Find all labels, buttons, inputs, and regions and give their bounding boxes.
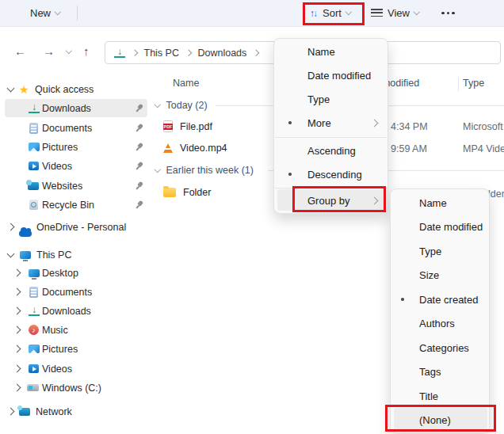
group-by-item-categories[interactable]: Categories (391, 336, 489, 360)
toolbar-separator (77, 6, 78, 21)
this-pc-icon (20, 251, 31, 259)
sort-menu-item-type[interactable]: Type (274, 87, 388, 111)
chevron-right-icon[interactable] (13, 288, 21, 296)
sidebar-item-onedrive[interactable]: OneDrive - Personal (0, 218, 155, 236)
chevron-down-icon[interactable] (155, 101, 161, 108)
annotation-box-sort-button (303, 2, 365, 25)
chevron-right-icon[interactable] (13, 326, 21, 334)
group-by-submenu: Name Date modified Type Size Date create… (390, 188, 490, 433)
see-more-button[interactable] (441, 0, 455, 26)
annotation-box-none (385, 405, 496, 432)
up-button[interactable]: ↑ (83, 44, 90, 58)
column-header-type[interactable]: Type (463, 78, 484, 89)
selected-bullet-icon (288, 173, 292, 176)
chevron-down-icon[interactable] (7, 84, 15, 92)
sidebar-item-pc-videos[interactable]: Videos (0, 360, 155, 378)
chevron-right-icon[interactable] (13, 365, 21, 373)
file-row-video-mp4[interactable]: Video.mp4 (163, 143, 227, 154)
recent-locations-chevron-icon[interactable] (66, 48, 72, 54)
sidebar-item-downloads[interactable]: ↓ Downloads (0, 99, 155, 117)
chevron-down-icon[interactable] (155, 166, 161, 173)
chevron-down-icon (55, 9, 61, 15)
group-header-earlier-this-week[interactable]: Earlier this week (1) (155, 165, 254, 176)
sidebar-item-recycle-bin[interactable]: Recycle Bin (0, 196, 155, 214)
file-row-folder[interactable]: Folder (163, 187, 211, 198)
file-explorer-window: New ↑↓ Sort View ← → ↑ ↓ This PC Downloa… (0, 0, 504, 434)
sidebar-item-network[interactable]: Network (0, 402, 155, 421)
group-by-item-date-modified[interactable]: Date modified (391, 215, 489, 238)
chevron-right-icon[interactable] (13, 269, 21, 277)
sidebar-item-documents[interactable]: Documents (0, 119, 155, 137)
selected-bullet-icon (288, 121, 292, 124)
group-by-item-size[interactable]: Size (391, 263, 489, 287)
websites-icon (28, 182, 39, 190)
breadcrumb-chevron-icon (132, 50, 138, 56)
sidebar-item-pictures[interactable]: Pictures (0, 138, 155, 156)
sidebar-item-label: Pictures (42, 142, 78, 153)
sidebar-item-pc-downloads[interactable]: ↓ Downloads (0, 302, 155, 320)
chevron-right-icon (371, 119, 379, 127)
group-by-item-date-created[interactable]: Date created (391, 287, 489, 311)
chevron-down-icon[interactable] (7, 249, 15, 257)
breadcrumb-chevron-icon (185, 50, 192, 56)
pin-icon (133, 160, 146, 173)
sidebar-item-label: Websites (42, 181, 82, 192)
sort-menu-item-date-modified[interactable]: Date modified (274, 63, 388, 87)
chevron-right-icon[interactable] (13, 345, 21, 353)
sidebar-item-label: Videos (42, 161, 72, 172)
chevron-right-icon[interactable] (13, 384, 21, 392)
documents-icon (29, 287, 38, 298)
group-by-item-name[interactable]: Name (391, 191, 489, 215)
view-button-label: View (388, 7, 410, 19)
sidebar-item-desktop[interactable]: Desktop (0, 264, 155, 282)
network-icon (19, 408, 30, 416)
sort-menu-item-descending[interactable]: Descending (274, 162, 388, 186)
new-button[interactable]: New (30, 0, 60, 26)
videos-icon (29, 162, 39, 170)
view-icon (371, 9, 383, 17)
file-row-file-pdf[interactable]: PDF File.pdf (163, 120, 212, 132)
pictures-icon (29, 345, 40, 353)
group-by-item-authors[interactable]: Authors (391, 311, 489, 335)
onedrive-cloud-icon (19, 230, 32, 237)
sidebar-item-quick-access[interactable]: ★ Quick access (0, 80, 155, 98)
downloads-icon: ↓ (29, 103, 40, 113)
pin-icon (133, 122, 146, 135)
view-button[interactable]: View (371, 0, 418, 26)
sidebar-item-label: Videos (42, 364, 72, 375)
sidebar-item-music[interactable]: ♪ Music (0, 321, 155, 339)
new-button-label: New (30, 7, 51, 19)
group-header-today[interactable]: Today (2) (155, 100, 208, 111)
sidebar-item-this-pc[interactable]: This PC (0, 246, 155, 264)
sidebar-item-label: Downloads (42, 306, 91, 317)
sidebar-item-windows-c[interactable]: Windows (C:) (0, 379, 155, 397)
sidebar-item-pc-pictures[interactable]: Pictures (0, 340, 155, 358)
more-options-icon (441, 12, 455, 15)
breadcrumb-this-pc[interactable]: This PC (144, 48, 179, 59)
sidebar-item-label: Pictures (42, 344, 78, 355)
pin-icon (133, 141, 146, 154)
chevron-right-icon[interactable] (7, 223, 15, 231)
back-button[interactable]: ← (14, 44, 26, 58)
breadcrumb-downloads[interactable]: Downloads (197, 48, 246, 59)
group-by-item-type[interactable]: Type (391, 239, 489, 263)
videos-icon (29, 364, 39, 373)
selected-bullet-icon (401, 298, 404, 301)
forward-button[interactable]: → (43, 44, 55, 58)
sidebar-item-label: Documents (42, 123, 92, 134)
chevron-right-icon[interactable] (7, 408, 15, 416)
chevron-right-icon[interactable] (13, 307, 21, 315)
sort-menu-item-name[interactable]: Name (274, 40, 388, 63)
chevron-down-icon (414, 9, 420, 15)
group-by-item-tags[interactable]: Tags (391, 360, 489, 383)
column-divider[interactable] (458, 77, 459, 91)
sidebar-item-pc-documents[interactable]: Documents (0, 283, 155, 301)
downloads-location-icon: ↓ (114, 48, 125, 58)
sort-menu-item-more[interactable]: More (274, 111, 388, 135)
sidebar-item-websites[interactable]: Websites (0, 177, 155, 195)
sort-menu-item-ascending[interactable]: Ascending (274, 139, 388, 162)
column-header-name[interactable]: Name (173, 78, 199, 89)
sidebar-item-videos[interactable]: Videos (0, 157, 155, 175)
documents-icon (29, 123, 38, 134)
command-toolbar: New ↑↓ Sort View (0, 0, 504, 27)
